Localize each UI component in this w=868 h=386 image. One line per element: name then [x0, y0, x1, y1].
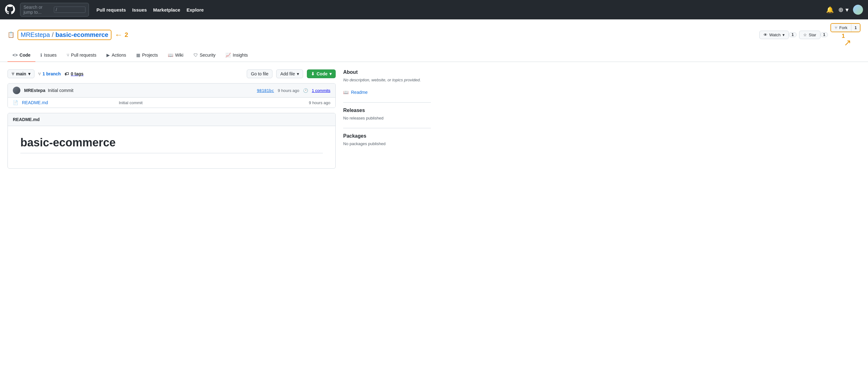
readme-filename: README.md — [13, 117, 40, 122]
github-logo[interactable] — [5, 4, 15, 15]
add-file-button[interactable]: Add file ▾ — [276, 69, 303, 78]
repo-title-section: 📋 MREstepa / basic-ecommerce ← 2 — [7, 30, 128, 40]
sidebar-packages-title: Packages — [343, 133, 431, 139]
annotation-2: ← 2 — [115, 31, 128, 39]
star-button-group: ☆ Star 1 — [799, 31, 828, 39]
sidebar-packages-section: Packages No packages published — [343, 133, 431, 146]
fork-button[interactable]: ⑂ Fork — [831, 24, 851, 32]
tab-pull-requests[interactable]: ⑂ Pull requests — [62, 49, 101, 62]
book-icon: 📖 — [343, 90, 348, 95]
arrow-left-icon: ← — [115, 31, 123, 39]
sidebar-divider-1 — [343, 102, 431, 103]
file-table: MREstepa Initial commit 98181bc 9 hours … — [7, 83, 336, 108]
tab-pr-label: Pull requests — [71, 52, 96, 58]
tag-icon: 🏷 — [64, 71, 69, 76]
sidebar-releases-title: Releases — [343, 108, 431, 113]
nav-issues[interactable]: Issues — [132, 7, 147, 12]
readme-box: README.md basic-ecommerce — [7, 113, 336, 169]
repo-name-link[interactable]: basic-ecommerce — [55, 31, 108, 38]
repo-owner-link[interactable]: MREstepa — [21, 31, 50, 38]
branch-current-name: main — [16, 71, 26, 76]
commit-avatar — [13, 86, 20, 94]
sidebar-packages-desc: No packages published — [343, 141, 431, 146]
add-file-label: Add file — [280, 71, 295, 76]
search-box[interactable]: Search or jump to... / — [20, 3, 89, 16]
notification-bell-icon[interactable]: 🔔 — [826, 6, 834, 13]
watch-label: Watch — [769, 33, 781, 37]
fork-section: ⑂ Fork 1 1 ↗ — [830, 23, 861, 46]
commit-count-link[interactable]: 1 commits — [312, 88, 330, 93]
tab-insights-label: Insights — [232, 52, 248, 58]
download-icon: ⬇ — [311, 71, 315, 76]
tab-actions-label: Actions — [112, 52, 126, 58]
star-button[interactable]: ☆ Star — [799, 31, 820, 39]
sidebar-readme-section: 📖 Readme — [343, 90, 431, 95]
main-content: ⑂ main ▾ ⑂ 1 branch 🏷 0 tags Go to file — [0, 62, 438, 176]
tab-security[interactable]: 🛡 Security — [188, 49, 221, 62]
sidebar-releases-section: Releases No releases published — [343, 108, 431, 120]
search-shortcut: / — [54, 7, 86, 13]
tag-count-link[interactable]: 0 tags — [71, 71, 83, 76]
nav-pull-requests[interactable]: Pull requests — [96, 7, 126, 12]
commit-count: 1 commits — [312, 88, 330, 93]
search-text: Search or jump to... — [24, 5, 51, 15]
repo-action-buttons: 👁 Watch ▾ 1 ☆ Star 1 ⑂ Fork 1 — [760, 23, 861, 46]
sidebar-divider-2 — [343, 128, 431, 128]
readme-content: basic-ecommerce — [8, 126, 335, 168]
repo-main-area: ⑂ main ▾ ⑂ 1 branch 🏷 0 tags Go to file — [7, 69, 336, 169]
branch-count-link[interactable]: 1 branch — [42, 71, 61, 76]
commit-right-info: 98181bc 9 hours ago 🕐 1 commits — [257, 88, 330, 93]
branch-count: 1 — [42, 71, 45, 76]
navbar-right: 🔔 ⊕ ▾ — [826, 5, 863, 15]
code-icon: <> — [12, 52, 18, 58]
star-label: Star — [809, 33, 816, 37]
code-btn-chevron-icon: ▾ — [330, 71, 332, 76]
issues-icon: ℹ — [40, 52, 42, 58]
fork-count: 1 — [851, 24, 860, 32]
go-to-file-button[interactable]: Go to file — [247, 69, 272, 78]
latest-commit-row: MREstepa Initial commit 98181bc 9 hours … — [8, 83, 335, 98]
commit-hash-link[interactable]: 98181bc — [257, 88, 274, 93]
tab-security-label: Security — [200, 52, 216, 58]
fork-icon: ⑂ — [835, 25, 837, 30]
avatar[interactable] — [853, 5, 863, 15]
readme-title: basic-ecommerce — [20, 136, 323, 153]
tab-actions[interactable]: ▶ Actions — [101, 49, 131, 62]
tab-code[interactable]: <> Code — [7, 49, 35, 62]
watch-button-group: 👁 Watch ▾ 1 — [760, 31, 797, 39]
repo-tabs: <> Code ℹ Issues ⑂ Pull requests ▶ Actio… — [0, 49, 868, 62]
repo-separator: / — [52, 31, 54, 38]
readme-link[interactable]: Readme — [351, 90, 368, 95]
annotation-number: 2 — [125, 31, 128, 38]
nav-marketplace[interactable]: Marketplace — [153, 7, 180, 12]
tab-wiki[interactable]: 📖 Wiki — [163, 49, 188, 62]
code-green-button[interactable]: ⬇ Code ▾ — [307, 69, 336, 78]
branch-git-icon: ⑂ — [11, 71, 14, 76]
tab-projects[interactable]: ▦ Projects — [131, 49, 163, 62]
actions-play-icon: ▶ — [106, 52, 110, 58]
file-time: 9 hours ago — [309, 100, 330, 105]
chevron-down-icon: ▾ — [782, 33, 785, 37]
tab-insights[interactable]: 📈 Insights — [220, 49, 253, 62]
star-icon: ☆ — [803, 33, 807, 37]
plus-new-icon[interactable]: ⊕ ▾ — [838, 6, 848, 13]
tag-count: 0 — [71, 71, 73, 76]
commit-author: MREstepa — [24, 88, 45, 93]
branch-label: branch — [46, 71, 61, 76]
insights-chart-icon: 📈 — [225, 52, 231, 58]
clock-icon: 🕐 — [303, 88, 308, 93]
tab-wiki-label: Wiki — [175, 52, 183, 58]
security-shield-icon: 🛡 — [193, 52, 198, 58]
chevron-down-icon: ▾ — [28, 71, 30, 76]
watch-button[interactable]: 👁 Watch ▾ — [760, 31, 789, 39]
fork-label: Fork — [839, 25, 847, 30]
file-name-link[interactable]: README.md — [22, 100, 115, 105]
table-row: 📄 README.md Initial commit 9 hours ago — [8, 98, 335, 108]
sidebar-about-section: About No description, website, or topics… — [343, 69, 431, 82]
tag-count-info: 🏷 0 tags — [64, 71, 83, 76]
branch-bar: ⑂ main ▾ ⑂ 1 branch 🏷 0 tags Go to file — [7, 69, 336, 78]
nav-explore[interactable]: Explore — [187, 7, 204, 12]
tab-issues[interactable]: ℹ Issues — [35, 49, 61, 62]
eye-icon: 👁 — [764, 33, 768, 37]
branch-dropdown-button[interactable]: ⑂ main ▾ — [7, 69, 34, 78]
